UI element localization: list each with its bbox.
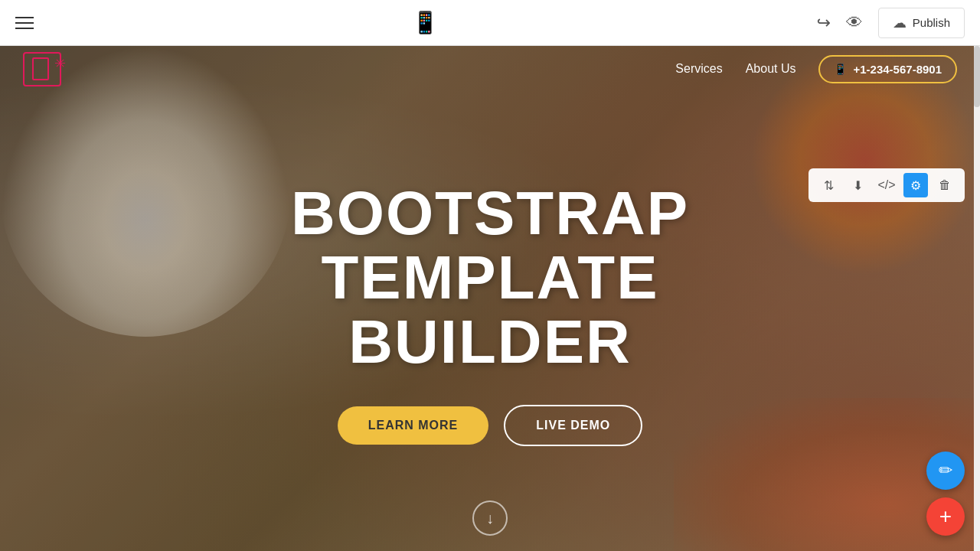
learn-more-button[interactable]: LEARN MORE [338,406,489,445]
hero-section: ✳ Services About Us 📱 +1-234-567-8901 ⇅ [0,46,980,551]
download-button[interactable]: ⬇ [845,173,870,197]
code-icon: </> [877,178,895,192]
hamburger-menu[interactable] [15,17,34,29]
undo-icon[interactable]: ↩ [817,13,831,33]
arrow-down-icon: ↓ [486,510,494,527]
delete-button[interactable]: 🗑 [933,173,957,197]
hero-title-line2: TEMPLATE BUILDER [321,243,658,376]
add-fab-button[interactable]: + [926,497,965,536]
hero-content: BOOTSTRAP TEMPLATE BUILDER LEARN MORE LI… [184,181,796,446]
top-toolbar: 📱 ↩ 👁 ☁ Publish [0,0,980,46]
publish-label: Publish [913,16,950,29]
live-demo-button[interactable]: LIVE DEMO [504,405,642,446]
download-icon: ⬇ [853,178,863,193]
scroll-down-button[interactable]: ↓ [472,500,508,536]
hero-buttons: LEARN MORE LIVE DEMO [184,405,796,446]
mobile-preview-icon[interactable]: 📱 [412,10,439,35]
preview-eye-icon[interactable]: 👁 [846,13,863,33]
sort-icon: ⇅ [824,178,834,193]
cloud-upload-icon: ☁ [893,15,906,31]
pencil-icon: ✏ [939,461,952,481]
phone-button[interactable]: 📱 +1-234-567-8901 [818,55,957,83]
sort-button[interactable]: ⇅ [816,173,841,197]
logo-inner [32,57,49,80]
settings-button[interactable]: ⚙ [903,173,928,197]
scrollbar[interactable] [974,46,980,551]
phone-number: +1-234-567-8901 [853,63,942,76]
plus-icon: + [939,504,952,529]
site-nav: ✳ Services About Us 📱 +1-234-567-8901 [0,46,980,92]
trash-icon: 🗑 [939,178,951,192]
logo-box: ✳ [23,52,61,86]
fab-container: ✏ + [926,452,965,536]
website-preview: ✳ Services About Us 📱 +1-234-567-8901 ⇅ [0,46,980,551]
hero-title: BOOTSTRAP TEMPLATE BUILDER [184,181,796,374]
edit-fab-button[interactable]: ✏ [926,452,965,490]
nav-services[interactable]: Services [675,62,722,76]
canvas: ✳ Services About Us 📱 +1-234-567-8901 ⇅ [0,46,980,551]
site-logo[interactable]: ✳ [23,52,61,86]
site-nav-links: Services About Us 📱 +1-234-567-8901 [675,55,957,83]
logo-sun-icon: ✳ [54,55,66,72]
phone-icon: 📱 [834,63,847,75]
section-toolbar: ⇅ ⬇ </> ⚙ 🗑 [808,168,965,202]
code-button[interactable]: </> [874,173,899,197]
hero-title-line1: BOOTSTRAP [291,179,689,247]
settings-gear-icon: ⚙ [910,178,921,193]
publish-button[interactable]: ☁ Publish [878,8,965,38]
nav-about[interactable]: About Us [746,62,796,76]
